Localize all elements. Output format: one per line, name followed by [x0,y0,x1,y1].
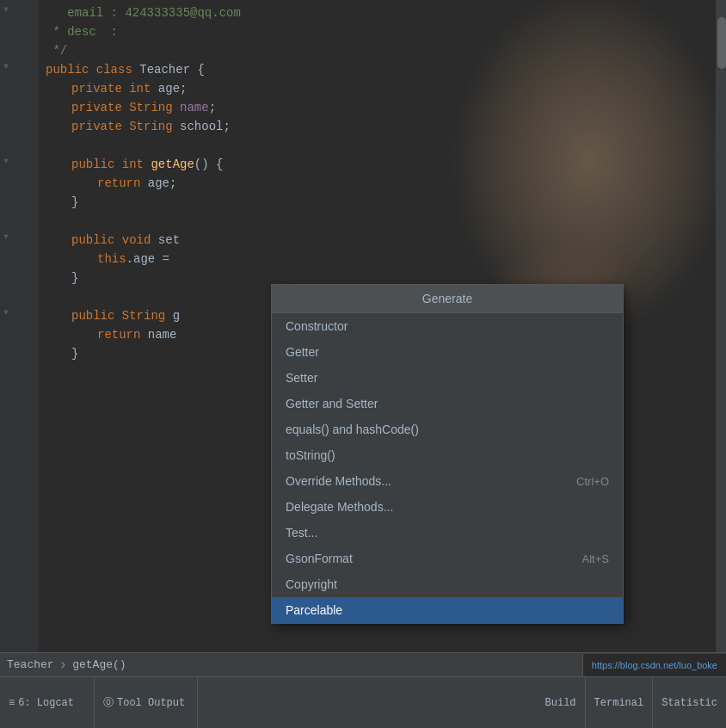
menu-item-tostring[interactable]: toString() [272,442,623,468]
code-line-class: public class Teacher { [46,60,719,79]
comment-desc: * desc : [46,22,118,41]
code-line-age: private int age; [46,79,719,98]
menu-item-parcelable-label: Parcelable [286,603,342,617]
menu-item-getter-label: Getter [286,345,319,359]
code-line-getage: public int getAge() { [46,155,719,174]
menu-item-setter-label: Setter [286,371,317,385]
menu-item-parcelable[interactable]: Parcelable [272,597,623,623]
statistic-label: Statistic [661,697,717,709]
menu-item-constructor-label: Constructor [286,319,348,333]
code-line-comment-end: */ [46,41,719,60]
context-menu: Generate Constructor Getter Setter Gette… [271,284,624,624]
menu-item-copyright[interactable]: Copyright [272,571,623,597]
menu-item-override[interactable]: Override Methods... Ctrl+O [272,468,623,494]
code-line-return-age: return age; [46,174,719,193]
menu-item-gsonformat-shortcut: Alt+S [582,552,609,565]
comment-email: email : 424333335@qq.com [46,3,241,22]
code-line-empty1 [46,136,719,155]
build-label: Build [545,697,576,709]
code-line-school: private String school; [46,117,719,136]
toolbar-logcat[interactable]: ≡ 6: Logcat [0,677,95,728]
breadcrumb-arrow: › [59,657,68,673]
url-text: https://blog.csdn.net/luo_boke [592,660,717,670]
menu-item-equals-hashcode[interactable]: equals() and hashCode() [272,416,623,442]
toolbar-tool-output[interactable]: ⓪ Tool Output [95,677,198,728]
code-line-empty2 [46,212,719,231]
breadcrumb-method: getAge() [72,658,126,671]
toolbar-statistic[interactable]: Statistic [653,677,726,728]
menu-item-gsonformat-label: GsonFormat [286,552,353,565]
tool-output-label: Tool Output [117,697,185,709]
menu-item-getter-setter-label: Getter and Setter [286,397,378,410]
menu-item-copyright-label: Copyright [286,577,337,591]
logcat-icon: ≡ [9,697,15,709]
menu-item-test-label: Test... [286,526,317,540]
terminal-label: Terminal [594,697,644,709]
code-line-set: public void set [46,231,719,250]
breadcrumb-class: Teacher [7,658,54,671]
menu-item-setter[interactable]: Setter [272,365,623,391]
menu-item-tostring-label: toString() [286,448,335,462]
scroll-thumb[interactable] [717,17,726,69]
menu-item-override-label: Override Methods... [286,474,391,488]
menu-item-gsonformat[interactable]: GsonFormat Alt+S [272,546,623,571]
toolbar-build[interactable]: Build [537,677,586,728]
code-line-name: private String name; [46,98,719,117]
menu-item-equals-hashcode-label: equals() and hashCode() [286,423,419,436]
menu-item-delegate[interactable]: Delegate Methods... [272,494,623,520]
code-line-this-age: this.age = [46,250,719,268]
menu-item-delegate-label: Delegate Methods... [286,500,393,514]
menu-item-getter-setter[interactable]: Getter and Setter [272,391,623,416]
code-line-email: email : 424333335@qq.com [46,3,719,22]
toolbar-terminal[interactable]: Terminal [586,677,654,728]
menu-item-override-shortcut: Ctrl+O [576,475,609,488]
comment-end: */ [46,41,67,60]
code-line-close1: } [46,193,719,212]
menu-item-test[interactable]: Test... [272,520,623,546]
scrollbar[interactable] [716,0,726,671]
context-menu-header: Generate [272,285,623,313]
logcat-label: 6: Logcat [18,697,74,709]
tool-output-icon: ⓪ [103,695,114,710]
code-line-desc: * desc : [46,22,719,41]
line-numbers: ▼ ▼ ▼ ▼ ▼ [0,0,39,671]
menu-item-constructor[interactable]: Constructor [272,313,623,339]
menu-item-getter[interactable]: Getter [272,339,623,365]
bottom-toolbar: ≡ 6: Logcat ⓪ Tool Output Build Terminal… [0,676,726,728]
